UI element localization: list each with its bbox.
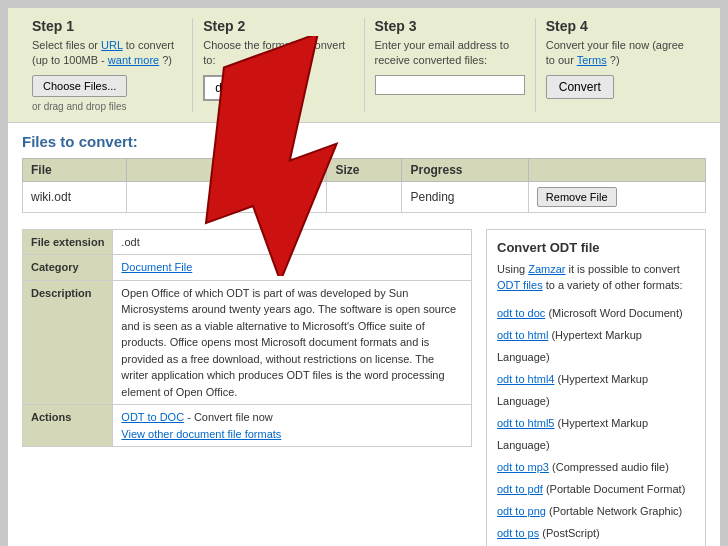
file-size-cell [327,181,402,212]
link-odt-png[interactable]: odt to png [497,505,546,517]
info-label-description: Description [23,280,113,405]
table-row: wiki.odt Pending Remove File [23,181,706,212]
files-table: File Size Progress wiki.odt Pending Remo… [22,158,706,213]
col-progress: Progress [402,158,528,181]
info-value-actions: ODT to DOC - Convert file now View other… [113,405,472,447]
url-link[interactable]: URL [101,39,123,51]
steps-bar: Step 1 Select files or URL to convert (u… [8,8,720,123]
category-link[interactable]: Document File [121,261,192,273]
step3-desc: Enter your email address to receive conv… [375,38,525,69]
step1-title: Step 1 [32,18,182,34]
zamzar-link[interactable]: Zamzar [528,263,565,275]
file-info-table: File extension .odt Category Document Fi… [22,229,472,448]
link-odt-pdf[interactable]: odt to pdf [497,483,543,495]
file-progress-cell: Pending [402,181,528,212]
file-name-cell: wiki.odt [23,181,127,212]
terms-link[interactable]: Terms [577,54,607,66]
drag-drop-text: or drag and drop files [32,101,182,112]
info-row-actions: Actions ODT to DOC - Convert file now Vi… [23,405,472,447]
link-odt-html[interactable]: odt to html [497,329,548,341]
file-action-cell: Remove File [528,181,705,212]
want-more-link[interactable]: want more [108,54,159,66]
choose-files-button[interactable]: Choose Files... [32,75,127,97]
bottom-section: File extension .odt Category Document Fi… [8,219,720,546]
step4-title: Step 4 [546,18,696,34]
file-extra-cell [127,181,327,212]
files-section: Files to convert: File Size Progress wik… [8,123,720,213]
col-action [528,158,705,181]
convert-odt-title: Convert ODT file [497,240,695,255]
link-odt-html4[interactable]: odt to html4 [497,373,554,385]
convert-button[interactable]: Convert [546,75,614,99]
info-row-extension: File extension .odt [23,229,472,255]
convert-odt-intro: Using Zamzar it is possible to convert O… [497,261,695,294]
step3-title: Step 3 [375,18,525,34]
info-value-category: Document File [113,255,472,281]
files-title: Files to convert: [22,133,706,150]
info-value-description: Open Office of which ODT is part of was … [113,280,472,405]
link-odt-mp3[interactable]: odt to mp3 [497,461,549,473]
info-label-category: Category [23,255,113,281]
col-size: Size [327,158,402,181]
view-formats-link[interactable]: View other document file formats [121,428,281,440]
link-odt-doc[interactable]: odt to doc [497,307,545,319]
step3-box: Step 3 Enter your email address to recei… [365,18,536,112]
step1-desc: Select files or URL to convert (up to 10… [32,38,182,69]
step2-title: Step 2 [203,18,353,34]
info-label-actions: Actions [23,405,113,447]
step4-box: Step 4 Convert your file now (agree to o… [536,18,706,112]
info-row-description: Description Open Office of which ODT is … [23,280,472,405]
convert-odt-links: odt to doc (Microsoft Word Document) odt… [497,302,695,544]
col-file: File [23,158,127,181]
odt-files-link[interactable]: ODT files [497,279,543,291]
convert-odt-box: Convert ODT file Using Zamzar it is poss… [486,229,706,546]
info-label-extension: File extension [23,229,113,255]
step2-desc: Choose the format to convert to: [203,38,353,69]
email-input[interactable] [375,75,525,95]
odt-to-doc-link[interactable]: ODT to DOC [121,411,184,423]
step4-desc: Convert your file now (agree to our Term… [546,38,696,69]
step1-box: Step 1 Select files or URL to convert (u… [22,18,193,112]
col-empty [127,158,327,181]
link-odt-html5[interactable]: odt to html5 [497,417,554,429]
step2-box: Step 2 Choose the format to convert to: … [193,18,364,112]
info-row-category: Category Document File [23,255,472,281]
remove-file-button[interactable]: Remove File [537,187,617,207]
info-value-extension: .odt [113,229,472,255]
format-select[interactable]: doc pdf html mp3 png [203,75,293,101]
link-odt-ps[interactable]: odt to ps [497,527,539,539]
